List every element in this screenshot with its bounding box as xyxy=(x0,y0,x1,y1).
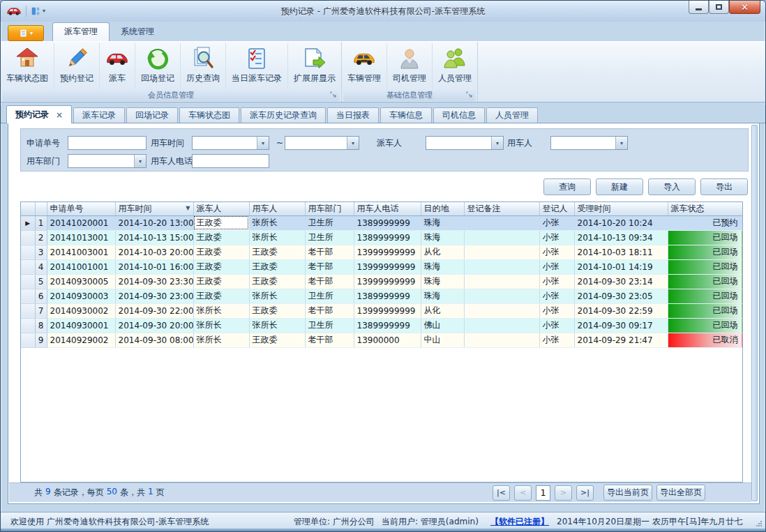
table-row[interactable]: 6 20140930003 2014-09-30 23:00 王政委 张所长 卫… xyxy=(21,289,742,303)
row-indicator-cell[interactable] xyxy=(21,318,35,333)
table-cell[interactable]: 20140930003 xyxy=(47,289,115,303)
table-cell[interactable]: 珠海 xyxy=(421,274,464,289)
row-number-cell[interactable]: 9 xyxy=(35,333,47,347)
header-accept-time[interactable]: 受理时间 xyxy=(574,202,668,215)
table-cell[interactable] xyxy=(464,289,539,303)
table-cell[interactable]: 2014-09-30 23:14 xyxy=(574,274,668,289)
table-cell[interactable]: 2014-09-30 22:59 xyxy=(574,303,668,318)
chevron-down-icon[interactable]: ▾ xyxy=(491,137,503,149)
table-cell[interactable] xyxy=(464,274,539,289)
table-cell[interactable] xyxy=(464,215,539,230)
table-cell[interactable]: 13999999999 xyxy=(354,245,421,259)
table-cell[interactable]: 王政委 xyxy=(249,259,305,274)
header-remark[interactable]: 登记备注 xyxy=(464,202,539,215)
row-number-cell[interactable]: 1 xyxy=(35,215,47,230)
table-cell[interactable]: 20140930002 xyxy=(47,303,115,318)
personnel-manage-button[interactable]: 人员管理 xyxy=(433,43,477,89)
close-button[interactable]: ✕ xyxy=(729,1,760,14)
application-no-input[interactable] xyxy=(68,136,147,150)
row-indicator-cell[interactable] xyxy=(21,245,35,259)
table-row[interactable]: 2 20141013001 2014-10-13 15:00 王政委 张所长 卫… xyxy=(21,230,742,245)
table-cell[interactable] xyxy=(464,230,539,245)
table-cell[interactable]: 2014-10-01 14:19 xyxy=(574,259,668,274)
table-cell[interactable]: 20141001001 xyxy=(47,259,115,274)
table-cell[interactable]: 中山 xyxy=(421,333,464,347)
table-row[interactable]: 5 20140930005 2014-09-30 23:30 王政委 王政委 老… xyxy=(21,274,742,289)
table-cell[interactable]: 20141003001 xyxy=(47,245,115,259)
license-link[interactable]: 【软件已注册】 xyxy=(490,516,549,528)
table-cell[interactable]: 小张 xyxy=(539,303,574,318)
table-cell[interactable] xyxy=(464,303,539,318)
dispatcher-combo[interactable]: ▾ xyxy=(426,136,504,150)
table-cell[interactable]: 13999999999 xyxy=(354,303,421,318)
ribbon-tab-dispatch[interactable]: 派车管理 xyxy=(52,22,110,41)
row-number-cell[interactable]: 8 xyxy=(35,318,47,333)
minimize-button[interactable] xyxy=(689,1,709,14)
table-cell[interactable]: 20140930005 xyxy=(47,274,115,289)
sort-descending-icon[interactable]: ▼ xyxy=(186,205,190,211)
header-application-no[interactable]: 申请单号 xyxy=(47,202,115,215)
table-cell[interactable]: 从化 xyxy=(421,245,464,259)
next-page-button[interactable]: > xyxy=(555,485,572,501)
table-cell[interactable]: 小张 xyxy=(539,245,574,259)
query-button[interactable]: 查询 xyxy=(543,178,591,195)
row-number-cell[interactable]: 2 xyxy=(35,230,47,245)
chevron-down-icon[interactable]: ▾ xyxy=(257,137,269,149)
table-cell[interactable]: 2014-10-20 13:00 xyxy=(115,215,193,230)
status-cell[interactable]: 已回场 xyxy=(668,245,742,259)
table-cell[interactable]: 王政委 xyxy=(249,245,305,259)
table-cell[interactable]: 1389999999 xyxy=(354,215,421,230)
header-dispatcher[interactable]: 派车人 xyxy=(193,202,249,215)
maximize-button[interactable] xyxy=(709,1,729,14)
table-cell[interactable]: 老干部 xyxy=(305,245,354,259)
status-cell[interactable]: 已回场 xyxy=(668,274,742,289)
table-cell[interactable]: 1389999999 xyxy=(354,318,421,333)
table-cell[interactable]: 2014-09-30 22:00 xyxy=(115,303,193,318)
vehicle-status-map-button[interactable]: 车辆状态图 xyxy=(1,43,54,89)
chevron-down-icon[interactable]: ▾ xyxy=(347,137,359,149)
table-cell[interactable]: 卫生所 xyxy=(305,318,354,333)
table-cell[interactable] xyxy=(464,259,539,274)
dispatch-button[interactable]: 派车 xyxy=(100,43,135,89)
tab-dispatch-history-query[interactable]: 派车历史记录查询 xyxy=(241,107,326,123)
reservation-register-button[interactable]: 预约登记 xyxy=(54,43,100,89)
row-number-cell[interactable]: 3 xyxy=(35,245,47,259)
table-cell[interactable]: 小张 xyxy=(539,230,574,245)
table-cell[interactable]: 2014-09-30 20:00 xyxy=(115,318,193,333)
extended-screen-button[interactable]: 扩展屏显示 xyxy=(288,43,341,89)
table-cell[interactable]: 13999999999 xyxy=(354,259,421,274)
export-all-pages-button[interactable]: 导出全部页 xyxy=(656,485,705,501)
table-row[interactable]: 4 20141001001 2014-10-01 16:00 王政委 王政委 老… xyxy=(21,259,742,274)
tab-vehicle-status-map[interactable]: 车辆状态图 xyxy=(179,107,239,123)
table-row[interactable]: 9 20140929002 2014-09-30 08:00 张所长 王政委 老… xyxy=(21,333,742,347)
chevron-down-icon[interactable]: ▾ xyxy=(615,137,627,149)
header-status[interactable]: 派车状态 xyxy=(668,202,742,215)
phone-input[interactable] xyxy=(192,154,269,168)
tab-return-records[interactable]: 回场记录 xyxy=(126,107,178,123)
tab-daily-report[interactable]: 当日报表 xyxy=(327,107,379,123)
row-indicator-cell[interactable] xyxy=(21,289,35,303)
table-row[interactable]: 8 20140930001 2014-09-30 20:00 张所长 张所长 卫… xyxy=(21,318,742,333)
table-cell[interactable]: 张所长 xyxy=(193,333,249,347)
tab-personnel-manage[interactable]: 人员管理 xyxy=(486,107,538,123)
row-indicator-cell[interactable] xyxy=(21,333,35,347)
table-cell[interactable]: 2014-09-29 21:47 xyxy=(574,333,668,347)
row-indicator-cell[interactable]: ▶ xyxy=(21,215,35,230)
page-number-input[interactable] xyxy=(536,485,550,501)
table-cell[interactable]: 珠海 xyxy=(421,230,464,245)
table-cell[interactable]: 13900000 xyxy=(354,333,421,347)
tab-driver-info[interactable]: 司机信息 xyxy=(433,107,485,123)
table-cell[interactable]: 张所长 xyxy=(193,318,249,333)
row-indicator-cell[interactable] xyxy=(21,274,35,289)
dialog-launcher-icon[interactable] xyxy=(466,91,473,98)
application-menu-button[interactable]: ▾ xyxy=(8,25,44,41)
table-cell[interactable]: 2014-10-13 15:00 xyxy=(115,230,193,245)
status-cell[interactable]: 已回场 xyxy=(668,318,742,333)
row-number-cell[interactable]: 7 xyxy=(35,303,47,318)
table-cell[interactable]: 老干部 xyxy=(305,274,354,289)
table-cell[interactable]: 卫生所 xyxy=(305,230,354,245)
ribbon-tab-system[interactable]: 系统管理 xyxy=(110,23,165,41)
header-user[interactable]: 用车人 xyxy=(249,202,305,215)
tab-reservation-records[interactable]: 预约记录 × xyxy=(6,105,72,123)
table-cell[interactable]: 佛山 xyxy=(421,318,464,333)
